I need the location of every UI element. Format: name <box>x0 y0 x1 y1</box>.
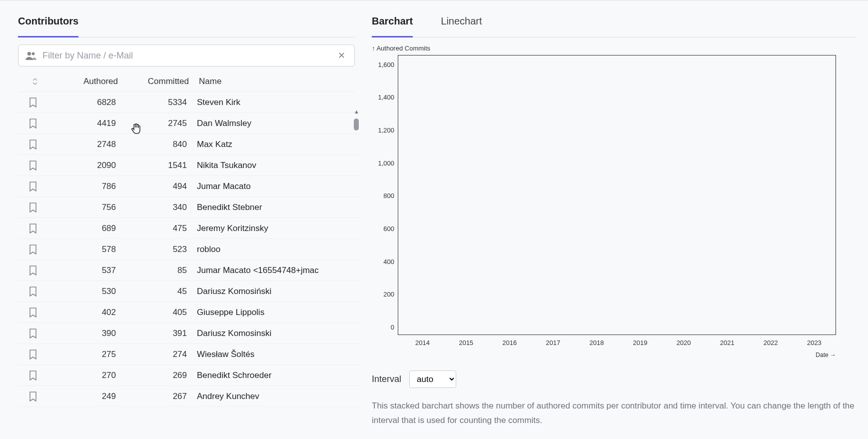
x-tick: 2015 <box>444 339 488 346</box>
bookmark-icon[interactable] <box>18 308 48 318</box>
cell-committed: 85 <box>127 266 197 276</box>
bookmark-icon[interactable] <box>18 118 48 128</box>
y-axis: 02004006008001,0001,2001,4001,600 <box>372 56 397 334</box>
x-axis-title: Date → <box>372 352 836 358</box>
cell-name: Steven Kirk <box>197 98 361 108</box>
cell-authored: 689 <box>48 224 127 234</box>
cell-committed: 840 <box>127 140 197 150</box>
cell-name: Benedikt Schroeder <box>197 370 361 380</box>
x-tick: 2016 <box>488 339 531 346</box>
interval-select[interactable]: auto <box>409 370 456 388</box>
table-row[interactable]: 402405Giuseppe Lippolis <box>18 302 361 323</box>
bookmark-icon[interactable] <box>18 266 48 276</box>
table-body: 68285334Steven Kirk 44192745Dan Walmsley… <box>18 92 361 407</box>
svg-point-0 <box>27 52 31 56</box>
cell-name: Max Katz <box>197 140 361 150</box>
cell-authored: 537 <box>48 266 127 276</box>
scrollbar[interactable]: ▲ <box>353 110 360 410</box>
cell-committed: 45 <box>127 286 197 296</box>
cell-committed: 494 <box>127 182 197 192</box>
cell-committed: 274 <box>127 350 197 360</box>
table-row[interactable]: 578523robloo <box>18 239 361 260</box>
tab-contributors[interactable]: Contributors <box>18 12 78 38</box>
cell-name: Nikita Tsukanov <box>197 160 361 170</box>
search-input[interactable] <box>42 50 336 61</box>
cell-authored: 2748 <box>48 140 127 150</box>
scroll-up-icon[interactable]: ▲ <box>354 108 359 114</box>
sort-icon[interactable] <box>20 78 50 85</box>
x-tick: 2019 <box>618 339 662 346</box>
cell-name: robloo <box>197 244 361 254</box>
clear-icon[interactable]: ✕ <box>336 50 347 61</box>
cell-authored: 275 <box>48 350 127 360</box>
bookmark-icon[interactable] <box>18 286 48 296</box>
tab-barchart[interactable]: Barchart <box>372 12 413 38</box>
chart-description: This stacked barchart shows the number o… <box>372 399 856 428</box>
cell-name: Jumar Macato <box>197 182 361 192</box>
table-row[interactable]: 270269Benedikt Schroeder <box>18 365 361 386</box>
left-tabs: Contributors <box>18 12 356 38</box>
x-tick: 2021 <box>706 339 749 346</box>
people-icon <box>25 51 36 60</box>
y-tick: 1,200 <box>378 126 394 134</box>
y-tick: 0 <box>391 324 394 331</box>
table-row[interactable]: 68285334Steven Kirk <box>18 92 361 113</box>
x-tick: 2022 <box>749 339 793 346</box>
cell-committed: 269 <box>127 370 197 380</box>
x-tick: 2018 <box>575 339 618 346</box>
cell-authored: 786 <box>48 182 127 192</box>
bookmark-icon[interactable] <box>18 392 48 402</box>
y-tick: 600 <box>383 225 394 232</box>
cell-committed: 523 <box>127 244 197 254</box>
table-row[interactable]: 756340Benedikt Stebner <box>18 197 361 218</box>
table-row[interactable]: 53045Dariusz Komosiński <box>18 281 361 302</box>
table-row[interactable]: 20901541Nikita Tsukanov <box>18 155 361 176</box>
bookmark-icon[interactable] <box>18 98 48 108</box>
x-axis: 2014201520162017201820192020202120222023 <box>401 335 836 346</box>
col-committed[interactable]: Committed <box>129 76 199 86</box>
chart-tabs: Barchart Linechart <box>372 12 856 38</box>
bookmark-icon[interactable] <box>18 140 48 150</box>
y-axis-title: ↑ Authored Commits <box>372 44 856 52</box>
cell-authored: 578 <box>48 244 127 254</box>
table-row[interactable]: 275274Wiesław Šoltés <box>18 344 361 365</box>
x-tick: 2020 <box>662 339 706 346</box>
table-row[interactable]: 786494Jumar Macato <box>18 176 361 197</box>
bookmark-icon[interactable] <box>18 182 48 192</box>
bookmark-icon[interactable] <box>18 160 48 170</box>
cell-authored: 756 <box>48 202 127 212</box>
cell-committed: 2745 <box>127 118 197 128</box>
col-name[interactable]: Name <box>199 76 355 86</box>
scroll-thumb[interactable] <box>354 118 359 130</box>
tab-linechart[interactable]: Linechart <box>441 12 482 38</box>
cell-authored: 4419 <box>48 118 127 128</box>
bookmark-icon[interactable] <box>18 224 48 234</box>
bookmark-icon[interactable] <box>18 244 48 254</box>
col-authored[interactable]: Authored <box>50 76 129 86</box>
cell-name: Andrey Kunchev <box>197 392 361 402</box>
cell-committed: 405 <box>127 308 197 318</box>
x-tick: 2017 <box>531 339 575 346</box>
bookmark-icon[interactable] <box>18 350 48 360</box>
cell-committed: 340 <box>127 202 197 212</box>
y-tick: 1,000 <box>378 159 394 166</box>
bookmark-icon[interactable] <box>18 328 48 338</box>
cell-committed: 1541 <box>127 160 197 170</box>
table-row[interactable]: 689475Jeremy Koritzinsky <box>18 218 361 239</box>
bookmark-icon[interactable] <box>18 370 48 380</box>
table-row[interactable]: 2748840Max Katz <box>18 134 361 155</box>
cell-authored: 530 <box>48 286 127 296</box>
table-row[interactable]: 53785Jumar Macato <16554748+jmac <box>18 260 361 281</box>
cell-name: Dariusz Komosinski <box>197 328 361 338</box>
table-row[interactable]: 249267Andrey Kunchev <box>18 386 361 407</box>
cell-name: Dan Walmsley <box>197 118 361 128</box>
cell-name: Jeremy Koritzinsky <box>197 224 361 234</box>
x-tick: 2023 <box>793 339 836 346</box>
x-tick: 2014 <box>401 339 444 346</box>
cell-name: Giuseppe Lippolis <box>197 308 361 318</box>
table-row[interactable]: 44192745Dan Walmsley <box>18 113 361 134</box>
table-row[interactable]: 390391Dariusz Komosinski <box>18 323 361 344</box>
y-tick: 1,600 <box>378 60 394 68</box>
cell-name: Dariusz Komosiński <box>197 286 361 296</box>
bookmark-icon[interactable] <box>18 202 48 212</box>
